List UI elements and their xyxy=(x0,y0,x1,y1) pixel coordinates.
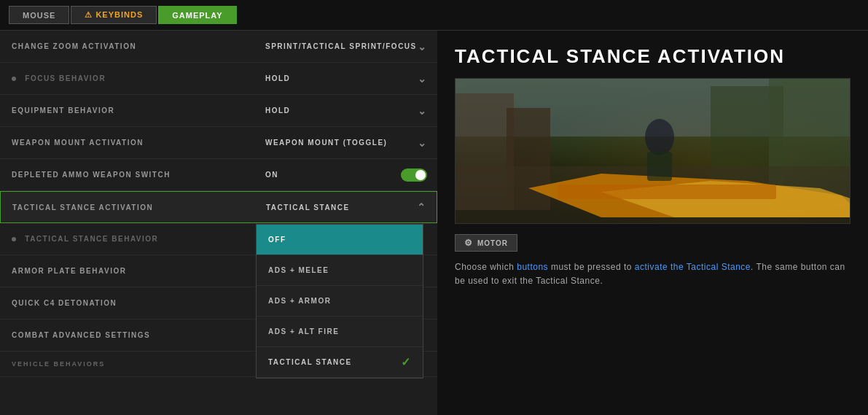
desc-mid: must be pressed to xyxy=(548,262,635,272)
desc-before: Choose which xyxy=(455,262,517,272)
chevron-icon-weapon-mount: ⌄ xyxy=(418,137,428,149)
setting-value-tactical-stance[interactable]: TACTICAL STANCE ⌃ xyxy=(256,201,437,213)
setting-label-weapon-mount: WEAPON MOUNT ACTIVATION xyxy=(0,139,255,147)
info-title: TACTICAL STANCE ACTIVATION xyxy=(455,45,851,68)
chevron-up-icon: ⌃ xyxy=(417,201,427,213)
setting-row-tactical-stance-activation: TACTICAL STANCE ACTIVATION TACTICAL STAN… xyxy=(0,191,437,223)
dot-icon-2 xyxy=(12,237,16,241)
setting-value-text-change-zoom: SPRINT/TACTICAL SPRINT/FOCUS xyxy=(265,42,417,50)
info-panel: TACTICAL STANCE ACTIVATION xyxy=(437,31,868,415)
motor-icon: ⚙ xyxy=(464,238,473,248)
scene-svg xyxy=(455,79,850,223)
svg-rect-8 xyxy=(558,185,776,199)
setting-row-depleted-ammo: DEPLETED AMMO WEAPON SWITCH ON xyxy=(0,159,437,191)
svg-rect-10 xyxy=(647,152,672,181)
main-layout: CHANGE ZOOM ACTIVATION SPRINT/TACTICAL S… xyxy=(0,31,868,415)
setting-row-equipment-behavior: EQUIPMENT BEHAVIOR HOLD ⌄ xyxy=(0,95,437,127)
dropdown-option-ads-alt-fire[interactable]: ADS + ALT FIRE xyxy=(257,317,423,347)
dot-icon xyxy=(12,77,16,81)
setting-value-text-focus: HOLD xyxy=(265,74,290,82)
setting-row-change-zoom: CHANGE ZOOM ACTIVATION SPRINT/TACTICAL S… xyxy=(0,31,437,63)
setting-value-equipment[interactable]: HOLD ⌄ xyxy=(255,105,437,117)
svg-point-9 xyxy=(645,119,674,155)
setting-value-depleted-ammo[interactable]: ON xyxy=(255,168,437,182)
toggle-container-depleted xyxy=(401,168,427,182)
motor-label: MOTOR xyxy=(477,239,508,247)
info-image xyxy=(455,78,851,224)
setting-value-weapon-mount[interactable]: WEAPON MOUNT (TOGGLE) ⌄ xyxy=(255,137,437,149)
setting-value-text-tactical: TACTICAL STANCE xyxy=(266,203,350,212)
image-background xyxy=(455,79,850,223)
dropdown-option-tactical-stance[interactable]: TACTICAL STANCE ✓ xyxy=(257,347,423,378)
setting-label-focus-behavior: FOCUS BEHAVIOR xyxy=(0,74,255,82)
info-description: Choose which buttons must be pressed to … xyxy=(455,260,851,288)
setting-row-focus-behavior: FOCUS BEHAVIOR HOLD ⌄ xyxy=(0,63,437,95)
nav-keybinds-button[interactable]: ⚠ KEYBINDS xyxy=(71,6,157,24)
setting-label-equipment: EQUIPMENT BEHAVIOR xyxy=(0,106,255,115)
tactical-stance-dropdown: OFF ADS + MELEE ADS + ARMOR ADS + ALT FI… xyxy=(256,224,423,379)
checkmark-icon: ✓ xyxy=(401,355,412,369)
dropdown-option-ads-armor[interactable]: ADS + ARMOR xyxy=(257,286,423,317)
top-navigation: MOUSE ⚠ KEYBINDS GAMEPLAY xyxy=(0,0,868,31)
setting-row-weapon-mount: WEAPON MOUNT ACTIVATION WEAPON MOUNT (TO… xyxy=(0,127,437,159)
chevron-icon-change-zoom: ⌄ xyxy=(418,41,428,53)
toggle-depleted-ammo[interactable] xyxy=(401,168,427,182)
setting-label-tactical-stance: TACTICAL STANCE ACTIVATION xyxy=(1,203,256,212)
desc-link-buttons[interactable]: buttons xyxy=(517,262,548,272)
setting-value-change-zoom[interactable]: SPRINT/TACTICAL SPRINT/FOCUS ⌄ xyxy=(255,41,437,53)
motor-badge[interactable]: ⚙ MOTOR xyxy=(455,234,517,252)
setting-value-text-depleted: ON xyxy=(265,171,278,179)
setting-value-text-equipment: HOLD xyxy=(265,106,290,115)
setting-label-depleted-ammo: DEPLETED AMMO WEAPON SWITCH xyxy=(0,171,255,179)
desc-link-activate[interactable]: activate the Tactical Stance xyxy=(635,262,751,272)
chevron-icon-equipment: ⌄ xyxy=(418,105,428,117)
dropdown-option-ads-melee[interactable]: ADS + MELEE xyxy=(257,255,423,286)
chevron-icon-focus: ⌄ xyxy=(418,73,428,85)
setting-label-combat-advanced: COMBAT ADVANCED SETTINGS xyxy=(0,331,255,339)
nav-gameplay-button[interactable]: GAMEPLAY xyxy=(158,6,236,24)
setting-label-quick-c4: QUICK C4 DETONATION xyxy=(0,299,255,307)
setting-value-text-weapon-mount: WEAPON MOUNT (TOGGLE) xyxy=(265,139,387,147)
nav-mouse-button[interactable]: MOUSE xyxy=(9,6,69,24)
setting-value-focus-behavior[interactable]: HOLD ⌄ xyxy=(255,73,437,85)
settings-panel: CHANGE ZOOM ACTIVATION SPRINT/TACTICAL S… xyxy=(0,31,437,415)
setting-label-tactical-stance-behavior: TACTICAL STANCE BEHAVIOR xyxy=(0,235,255,243)
dropdown-option-off[interactable]: OFF xyxy=(257,225,423,255)
setting-label-armor-plate: ARMOR PLATE BEHAVIOR xyxy=(0,267,255,275)
setting-label-change-zoom: CHANGE ZOOM ACTIVATION xyxy=(0,42,255,50)
